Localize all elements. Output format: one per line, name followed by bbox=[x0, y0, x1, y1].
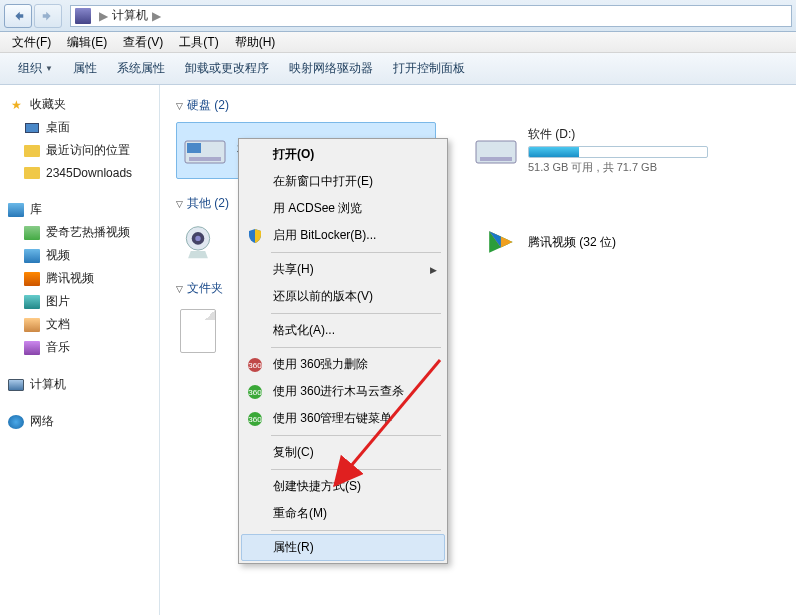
toolbar: 组织▼ 属性 系统属性 卸载或更改程序 映射网络驱动器 打开控制面板 bbox=[0, 53, 796, 85]
context-menu-item-label: 重命名(M) bbox=[273, 505, 327, 522]
drive-icon bbox=[472, 131, 520, 171]
file-icon bbox=[180, 309, 216, 353]
svg-rect-2 bbox=[189, 157, 221, 161]
sidebar-favorites[interactable]: ★ 收藏夹 bbox=[4, 93, 155, 116]
context-menu-item-label: 使用 360强力删除 bbox=[273, 356, 368, 373]
music-icon bbox=[24, 340, 40, 356]
breadcrumb-root[interactable]: 计算机 bbox=[112, 7, 148, 24]
360-mgr-icon: 360 bbox=[247, 411, 263, 427]
video-icon bbox=[24, 248, 40, 264]
menu-tools[interactable]: 工具(T) bbox=[171, 32, 226, 53]
menu-file[interactable]: 文件(F) bbox=[4, 32, 59, 53]
sidebar-item-music[interactable]: 音乐 bbox=[4, 336, 155, 359]
nav-forward-button[interactable] bbox=[34, 4, 62, 28]
toolbar-map-drive[interactable]: 映射网络驱动器 bbox=[279, 56, 383, 81]
tencent-label: 腾讯视频 (32 位) bbox=[528, 234, 616, 251]
context-menu-item[interactable]: 360使用 360管理右键菜单 bbox=[241, 405, 445, 432]
context-menu-item-label: 共享(H) bbox=[273, 261, 314, 278]
svg-text:360: 360 bbox=[248, 388, 262, 397]
context-menu-item-label: 在新窗口中打开(E) bbox=[273, 173, 373, 190]
context-menu-separator bbox=[271, 347, 441, 348]
arrow-left-icon bbox=[11, 9, 25, 23]
folder-icon bbox=[24, 165, 40, 181]
sidebar-item-iqiyi[interactable]: 爱奇艺热播视频 bbox=[4, 221, 155, 244]
drive-d-label: 软件 (D:) bbox=[528, 126, 724, 143]
context-menu-item-label: 创建快捷方式(S) bbox=[273, 478, 361, 495]
360-scan-icon: 360 bbox=[247, 384, 263, 400]
nav-back-button[interactable] bbox=[4, 4, 32, 28]
context-menu-item[interactable]: 360使用 360进行木马云查杀 bbox=[241, 378, 445, 405]
context-menu-separator bbox=[271, 313, 441, 314]
sidebar-item-downloads[interactable]: 2345Downloads bbox=[4, 162, 155, 184]
sidebar-network[interactable]: 网络 bbox=[4, 410, 155, 433]
arrow-right-icon bbox=[41, 9, 55, 23]
breadcrumb-separator: ▶ bbox=[152, 9, 161, 23]
sidebar-item-desktop[interactable]: 桌面 bbox=[4, 116, 155, 139]
context-menu-item[interactable]: 在新窗口中打开(E) bbox=[241, 168, 445, 195]
menu-view[interactable]: 查看(V) bbox=[115, 32, 171, 53]
context-menu-item-label: 属性(R) bbox=[273, 539, 314, 556]
context-menu: 打开(O)在新窗口中打开(E)用 ACDSee 浏览启用 BitLocker(B… bbox=[238, 138, 448, 564]
context-menu-item-label: 使用 360管理右键菜单 bbox=[273, 410, 392, 427]
menubar: 文件(F) 编辑(E) 查看(V) 工具(T) 帮助(H) bbox=[0, 32, 796, 53]
chevron-down-icon: ▽ bbox=[176, 284, 183, 294]
star-icon: ★ bbox=[8, 97, 24, 113]
recent-icon bbox=[24, 143, 40, 159]
drive-d[interactable]: 软件 (D:) 51.3 GB 可用 , 共 71.7 GB bbox=[468, 122, 728, 179]
drive-d-usage-bar bbox=[528, 146, 708, 158]
context-menu-item[interactable]: 还原以前的版本(V) bbox=[241, 283, 445, 310]
context-menu-separator bbox=[271, 469, 441, 470]
svg-text:360: 360 bbox=[248, 415, 262, 424]
toolbar-properties[interactable]: 属性 bbox=[63, 56, 107, 81]
context-menu-item[interactable]: 打开(O) bbox=[241, 141, 445, 168]
breadcrumb-separator: ▶ bbox=[99, 9, 108, 23]
address-bar[interactable]: ▶ 计算机 ▶ bbox=[70, 5, 792, 27]
context-menu-item[interactable]: 格式化(A)... bbox=[241, 317, 445, 344]
menu-help[interactable]: 帮助(H) bbox=[227, 32, 284, 53]
computer-icon bbox=[75, 8, 91, 24]
context-menu-separator bbox=[271, 530, 441, 531]
context-menu-item-label: 复制(C) bbox=[273, 444, 314, 461]
menu-edit[interactable]: 编辑(E) bbox=[59, 32, 115, 53]
sidebar-item-recent[interactable]: 最近访问的位置 bbox=[4, 139, 155, 162]
other-item-tencent[interactable]: 腾讯视频 (32 位) bbox=[478, 220, 678, 264]
documents-icon bbox=[24, 317, 40, 333]
sidebar-libraries[interactable]: 库 bbox=[4, 198, 155, 221]
svg-text:360: 360 bbox=[248, 361, 262, 370]
context-menu-item-label: 用 ACDSee 浏览 bbox=[273, 200, 362, 217]
context-menu-item[interactable]: 启用 BitLocker(B)... bbox=[241, 222, 445, 249]
shield-icon bbox=[247, 228, 263, 244]
toolbar-control-panel[interactable]: 打开控制面板 bbox=[383, 56, 475, 81]
sidebar-item-video[interactable]: 视频 bbox=[4, 244, 155, 267]
svg-point-7 bbox=[195, 236, 200, 241]
context-menu-item[interactable]: 共享(H)▶ bbox=[241, 256, 445, 283]
context-menu-item[interactable]: 用 ACDSee 浏览 bbox=[241, 195, 445, 222]
toolbar-organize[interactable]: 组织▼ bbox=[8, 56, 63, 81]
context-menu-item[interactable]: 360使用 360强力删除 bbox=[241, 351, 445, 378]
context-menu-separator bbox=[271, 435, 441, 436]
library-icon bbox=[8, 202, 24, 218]
context-menu-item[interactable]: 复制(C) bbox=[241, 439, 445, 466]
svg-rect-1 bbox=[187, 143, 201, 153]
toolbar-uninstall[interactable]: 卸载或更改程序 bbox=[175, 56, 279, 81]
pictures-icon bbox=[24, 294, 40, 310]
toolbar-system-properties[interactable]: 系统属性 bbox=[107, 56, 175, 81]
context-menu-item[interactable]: 属性(R) bbox=[241, 534, 445, 561]
svg-rect-4 bbox=[480, 157, 512, 161]
sidebar-computer[interactable]: 计算机 bbox=[4, 373, 155, 396]
sidebar-item-pictures[interactable]: 图片 bbox=[4, 290, 155, 313]
desktop-icon bbox=[24, 120, 40, 136]
context-menu-item[interactable]: 创建快捷方式(S) bbox=[241, 473, 445, 500]
sidebar-item-documents[interactable]: 文档 bbox=[4, 313, 155, 336]
context-menu-item-label: 格式化(A)... bbox=[273, 322, 335, 339]
section-hdd-header[interactable]: ▽ 硬盘 (2) bbox=[176, 97, 780, 114]
drive-icon bbox=[181, 131, 229, 171]
computer-icon bbox=[8, 377, 24, 393]
sidebar: ★ 收藏夹 桌面 最近访问的位置 2345Downloads 库 爱奇艺热播视频 bbox=[0, 85, 160, 615]
context-menu-item[interactable]: 重命名(M) bbox=[241, 500, 445, 527]
sidebar-item-tencent[interactable]: 腾讯视频 bbox=[4, 267, 155, 290]
webcam-icon bbox=[180, 224, 216, 260]
chevron-down-icon: ▽ bbox=[176, 199, 183, 209]
other-item-camera[interactable] bbox=[176, 220, 246, 264]
drive-d-free-text: 51.3 GB 可用 , 共 71.7 GB bbox=[528, 160, 724, 175]
